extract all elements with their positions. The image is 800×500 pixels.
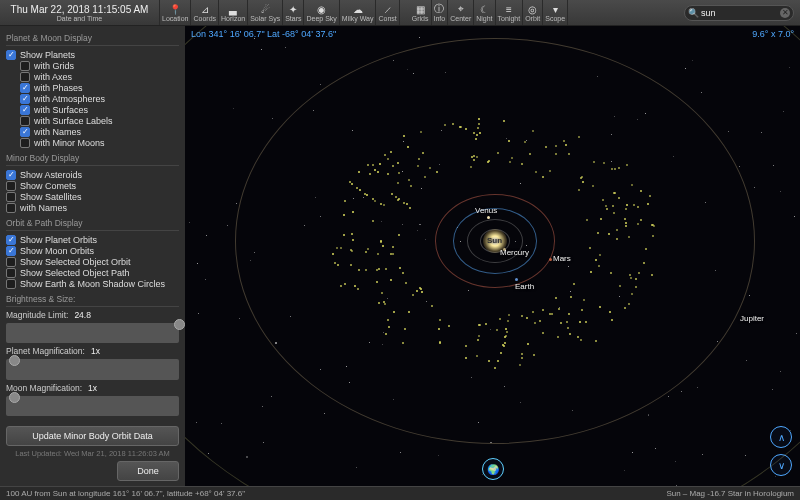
mag-limit-value: 24.8 — [74, 310, 91, 320]
planet-label-mars: Mars — [553, 254, 571, 263]
planet-mars[interactable] — [549, 258, 552, 261]
horizon-icon: ▃ — [229, 3, 237, 15]
option-with-surfaces[interactable]: with Surfaces — [6, 104, 179, 115]
mag-limit-label: Magnitude Limit: — [6, 310, 68, 320]
section-minor-body: Minor Body Display — [6, 153, 179, 166]
location-icon: 📍 — [169, 3, 181, 15]
option-show-selected-object-path[interactable]: Show Selected Object Path — [6, 267, 179, 278]
checkbox[interactable] — [6, 257, 16, 267]
coords-readout: Lon 341° 16' 06.7" Lat -68° 04' 37.6" — [191, 29, 336, 39]
toolbar-stars[interactable]: ✦Stars — [283, 0, 304, 25]
option-with-grids[interactable]: with Grids — [6, 60, 179, 71]
center-icon: ⌖ — [458, 3, 464, 15]
planet-mag-value: 1x — [91, 346, 100, 356]
option-show-selected-object-orbit[interactable]: Show Selected Object Orbit — [6, 256, 179, 267]
checkbox[interactable] — [20, 83, 30, 93]
option-show-asteroids[interactable]: Show Asteroids — [6, 169, 179, 180]
section-brightness: Brightness & Size: — [6, 294, 179, 307]
option-show-comets[interactable]: Show Comets — [6, 180, 179, 191]
toolbar-location[interactable]: 📍Location — [160, 0, 191, 25]
coords-icon: ⊿ — [201, 3, 209, 15]
toolbar-grids[interactable]: ▦Grids — [410, 0, 432, 25]
earth-view-button[interactable]: 🌍 — [482, 458, 504, 480]
toolbar-horizon[interactable]: ▃Horizon — [219, 0, 248, 25]
moon-mag-slider[interactable] — [6, 396, 179, 416]
checkbox[interactable] — [20, 105, 30, 115]
milky-way-icon: ☁ — [353, 3, 363, 15]
planet-earth[interactable] — [515, 278, 518, 281]
planet-label-jupiter: Jupiter — [740, 314, 764, 323]
option-with-phases[interactable]: with Phases — [6, 82, 179, 93]
checkbox[interactable] — [20, 72, 30, 82]
option-show-earth-moon-shadow-circles[interactable]: Show Earth & Moon Shadow Circles — [6, 278, 179, 289]
status-left: 100 AU from Sun at longitude 161° 16' 06… — [6, 489, 245, 498]
checkbox[interactable] — [20, 138, 30, 148]
checkbox[interactable] — [6, 246, 16, 256]
option-with-atmospheres[interactable]: with Atmospheres — [6, 93, 179, 104]
toolbar-solar-sys[interactable]: ☄Solar Sys — [248, 0, 283, 25]
toolbar-night[interactable]: ☾Night — [474, 0, 495, 25]
planet-label-venus: Venus — [475, 206, 497, 215]
checkbox[interactable] — [20, 94, 30, 104]
sky-view[interactable]: Lon 341° 16' 06.7" Lat -68° 04' 37.6" 9.… — [185, 26, 800, 486]
option-show-planet-orbits[interactable]: Show Planet Orbits — [6, 234, 179, 245]
checkbox[interactable] — [6, 170, 16, 180]
moon-mag-value: 1x — [88, 383, 97, 393]
toolbar-const[interactable]: ⟋Const — [376, 0, 399, 25]
orbit-icon: ◎ — [528, 3, 537, 15]
checkbox[interactable] — [6, 235, 16, 245]
scope-icon: ▾ — [553, 3, 558, 15]
tonight-icon: ≡ — [506, 3, 512, 15]
night-icon: ☾ — [480, 3, 489, 15]
option-with-names[interactable]: with Names — [6, 126, 179, 137]
info-icon: ⓘ — [434, 3, 444, 15]
moon-mag-label: Moon Magnification: — [6, 383, 82, 393]
toolbar: Thu Mar 22, 2018 11:15:05 AM Date and Ti… — [0, 0, 800, 26]
fov-readout: 9.6° x 7.0° — [752, 29, 794, 39]
checkbox[interactable] — [6, 279, 16, 289]
planet-mag-slider[interactable] — [6, 359, 179, 379]
nav-down-button[interactable]: ∨ — [770, 454, 792, 476]
toolbar-orbit[interactable]: ◎Orbit — [523, 0, 543, 25]
option-with-minor-moons[interactable]: with Minor Moons — [6, 137, 179, 148]
mag-limit-slider[interactable] — [6, 323, 179, 343]
option-with-surface-labels[interactable]: with Surface Labels — [6, 115, 179, 126]
planet-venus[interactable] — [487, 216, 490, 219]
checkbox[interactable] — [6, 192, 16, 202]
checkbox[interactable] — [20, 127, 30, 137]
done-button[interactable]: Done — [117, 461, 179, 481]
search-clear-icon[interactable]: ✕ — [780, 8, 790, 18]
checkbox[interactable] — [20, 116, 30, 126]
planet-mag-label: Planet Magnification: — [6, 346, 85, 356]
grids-icon: ▦ — [416, 3, 425, 15]
toolbar-deep-sky[interactable]: ◉Deep Sky — [304, 0, 339, 25]
checkbox[interactable] — [20, 61, 30, 71]
planet-label-earth: Earth — [515, 282, 534, 291]
checkbox[interactable] — [6, 50, 16, 60]
option-with-axes[interactable]: with Axes — [6, 71, 179, 82]
search-input[interactable] — [684, 5, 794, 21]
option-show-planets[interactable]: Show Planets — [6, 49, 179, 60]
toolbar-center[interactable]: ⌖Center — [448, 0, 474, 25]
toolbar-scope[interactable]: ▾Scope — [543, 0, 568, 25]
toolbar-tonight[interactable]: ≡Tonight — [496, 0, 524, 25]
checkbox[interactable] — [6, 203, 16, 213]
datetime-display[interactable]: Thu Mar 22, 2018 11:15:05 AM Date and Ti… — [0, 0, 160, 25]
update-orbit-button[interactable]: Update Minor Body Orbit Data — [6, 426, 179, 446]
const-icon: ⟋ — [383, 3, 393, 15]
toolbar-coords[interactable]: ⊿Coords — [191, 0, 219, 25]
checkbox[interactable] — [6, 268, 16, 278]
status-bar: 100 AU from Sun at longitude 161° 16' 06… — [0, 486, 800, 500]
stars-icon: ✦ — [289, 3, 297, 15]
solar-sys-icon: ☄ — [261, 3, 270, 15]
option-with-names[interactable]: with Names — [6, 202, 179, 213]
datetime-label: Date and Time — [57, 15, 103, 22]
status-right: Sun – Mag -16.7 Star in Horologium — [666, 489, 794, 498]
option-show-satellites[interactable]: Show Satellites — [6, 191, 179, 202]
nav-up-button[interactable]: ∧ — [770, 426, 792, 448]
last-updated-text: Last Updated: Wed Mar 21, 2018 11:26:03 … — [6, 449, 179, 458]
checkbox[interactable] — [6, 181, 16, 191]
option-show-moon-orbits[interactable]: Show Moon Orbits — [6, 245, 179, 256]
toolbar-info[interactable]: ⓘInfo — [432, 0, 449, 25]
toolbar-milky-way[interactable]: ☁Milky Way — [340, 0, 377, 25]
